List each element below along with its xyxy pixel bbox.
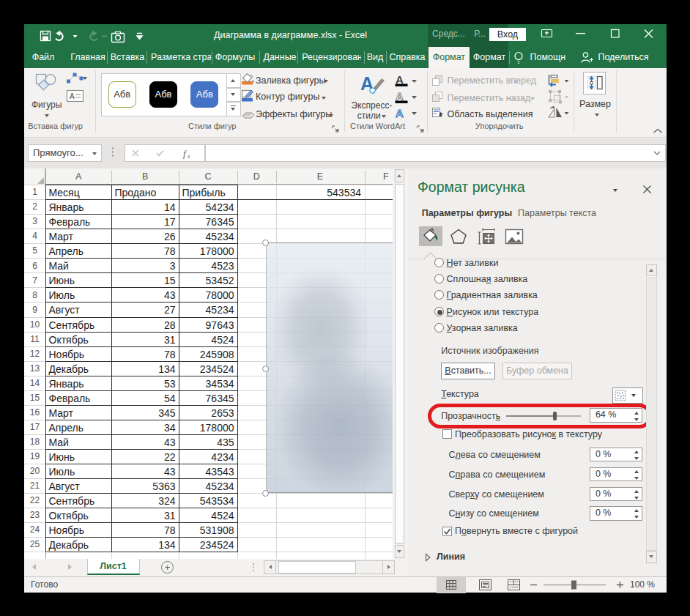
svg-text:x: x <box>187 153 190 160</box>
svg-text:А: А <box>396 73 404 86</box>
svg-text:А: А <box>70 92 75 100</box>
svg-text:А: А <box>396 90 404 103</box>
svg-text:А: А <box>396 107 404 119</box>
